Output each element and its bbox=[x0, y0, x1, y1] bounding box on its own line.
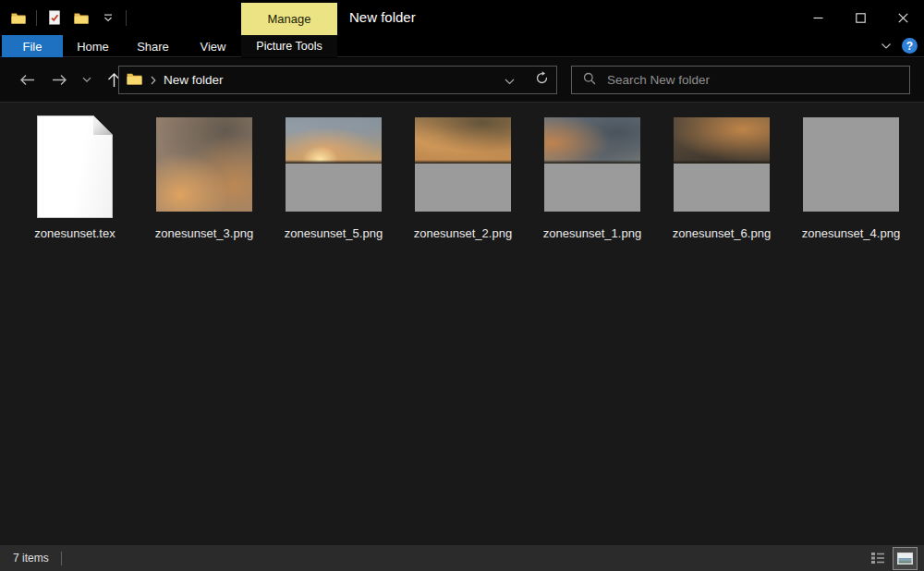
thumbnail-sky bbox=[544, 117, 640, 164]
navigation-toolbar: New folder bbox=[0, 58, 924, 102]
close-button[interactable] bbox=[881, 0, 924, 35]
image-thumbnail bbox=[803, 117, 899, 212]
nav-buttons bbox=[15, 58, 125, 102]
thumbnail-area bbox=[140, 116, 269, 221]
refresh-button[interactable] bbox=[535, 71, 549, 89]
customize-qat-button[interactable] bbox=[99, 6, 117, 29]
file-item[interactable]: zonesunset_3.png bbox=[140, 116, 269, 240]
thumbnail-ground bbox=[544, 164, 640, 212]
chevron-down-icon bbox=[505, 79, 515, 85]
file-name: zonesunset_1.png bbox=[543, 226, 641, 240]
image-thumbnail bbox=[286, 117, 382, 212]
thumbnail-area bbox=[528, 116, 657, 221]
titlebar-separator bbox=[126, 10, 127, 26]
document-icon bbox=[37, 115, 113, 218]
collapse-ribbon-button[interactable] bbox=[878, 35, 894, 57]
arrow-right-icon bbox=[52, 74, 67, 86]
file-item[interactable]: zonesunset.tex bbox=[10, 116, 140, 240]
maximize-button[interactable] bbox=[839, 0, 881, 35]
file-list-area[interactable]: zonesunset.tex zonesunset_3.png zonesuns… bbox=[0, 102, 924, 545]
details-view-icon bbox=[870, 552, 885, 565]
thumbnail-area bbox=[657, 116, 786, 221]
titlebar-separator bbox=[36, 10, 37, 26]
chevron-right-icon[interactable] bbox=[151, 72, 156, 89]
file-grid: zonesunset.tex zonesunset_3.png zonesuns… bbox=[0, 103, 924, 240]
back-button[interactable] bbox=[15, 67, 39, 94]
image-thumbnail bbox=[415, 117, 511, 212]
file-name: zonesunset_5.png bbox=[285, 226, 383, 240]
thumbnail-sky bbox=[674, 117, 770, 164]
chevron-down-icon bbox=[881, 43, 892, 50]
thumbnail-sky bbox=[286, 117, 382, 164]
file-name: zonesunset_2.png bbox=[414, 226, 512, 240]
image-thumbnail bbox=[156, 117, 252, 212]
thumbnail-sky bbox=[415, 117, 511, 164]
ribbon-tabs: Home Share View bbox=[63, 35, 243, 57]
details-view-button[interactable] bbox=[867, 547, 889, 569]
ribbon-tab-view[interactable]: View bbox=[183, 35, 243, 57]
view-toggle-buttons bbox=[867, 547, 918, 570]
thumbnail-area bbox=[398, 116, 528, 221]
file-name: zonesunset.tex bbox=[34, 226, 115, 240]
folder-app-icon bbox=[9, 6, 28, 29]
ribbon-contextual-tab-picture-tools[interactable]: Picture Tools bbox=[241, 35, 337, 57]
file-item[interactable]: zonesunset_6.png bbox=[657, 116, 786, 240]
recent-locations-button[interactable] bbox=[79, 67, 95, 94]
file-name: zonesunset_4.png bbox=[802, 226, 900, 240]
file-explorer-window: Manage New folder File Home Share View P… bbox=[0, 0, 924, 571]
ribbon-tab-share[interactable]: Share bbox=[123, 35, 183, 57]
image-thumbnail bbox=[544, 117, 640, 212]
file-name: zonesunset_3.png bbox=[155, 226, 253, 240]
search-input[interactable] bbox=[607, 73, 898, 87]
image-thumbnail bbox=[674, 117, 770, 212]
file-item[interactable]: zonesunset_4.png bbox=[786, 116, 916, 240]
folder-icon bbox=[127, 72, 142, 89]
search-icon bbox=[583, 72, 596, 89]
properties-button[interactable] bbox=[45, 6, 64, 29]
file-item[interactable]: zonesunset_2.png bbox=[398, 116, 528, 240]
contextual-header-manage[interactable]: Manage bbox=[241, 3, 337, 35]
refresh-icon bbox=[535, 71, 549, 85]
page-fold bbox=[93, 115, 113, 135]
chevron-down-icon bbox=[82, 77, 91, 83]
ribbon-file-tab[interactable]: File bbox=[2, 35, 63, 57]
ribbon-tab-row: File Home Share View Picture Tools ? bbox=[0, 35, 924, 57]
status-separator bbox=[61, 552, 62, 565]
window-controls bbox=[796, 0, 924, 35]
address-dropdown-button[interactable] bbox=[505, 72, 515, 89]
window-title: New folder bbox=[349, 0, 416, 35]
ribbon-tab-home[interactable]: Home bbox=[63, 35, 123, 57]
thumbnail-ground bbox=[674, 164, 770, 212]
quick-access-toolbar bbox=[9, 0, 135, 35]
arrow-left-icon bbox=[19, 74, 35, 86]
items-count: 7 items bbox=[13, 552, 49, 565]
minimize-button[interactable] bbox=[796, 0, 839, 35]
maximize-icon bbox=[856, 13, 866, 23]
thumbnail-ground bbox=[286, 164, 382, 212]
thumbnail-area bbox=[786, 116, 916, 221]
close-icon bbox=[898, 13, 908, 23]
thumbnail-view-icon bbox=[897, 553, 913, 565]
thumbnail-area bbox=[269, 116, 398, 221]
file-item[interactable]: zonesunset_1.png bbox=[528, 116, 657, 240]
new-folder-button[interactable] bbox=[72, 6, 91, 29]
large-icons-view-button[interactable] bbox=[893, 547, 918, 570]
thumbnail-area bbox=[10, 116, 140, 221]
search-bar bbox=[571, 66, 910, 94]
file-item[interactable]: zonesunset_5.png bbox=[269, 116, 398, 240]
status-bar: 7 items bbox=[0, 545, 924, 571]
titlebar: Manage New folder bbox=[0, 0, 924, 35]
file-name: zonesunset_6.png bbox=[673, 226, 771, 240]
help-button[interactable]: ? bbox=[902, 38, 918, 54]
address-bar[interactable]: New folder bbox=[118, 66, 557, 94]
thumbnail-ground bbox=[415, 164, 511, 212]
breadcrumb-location[interactable]: New folder bbox=[164, 73, 224, 87]
forward-button[interactable] bbox=[47, 67, 71, 94]
minimize-icon bbox=[813, 13, 823, 23]
